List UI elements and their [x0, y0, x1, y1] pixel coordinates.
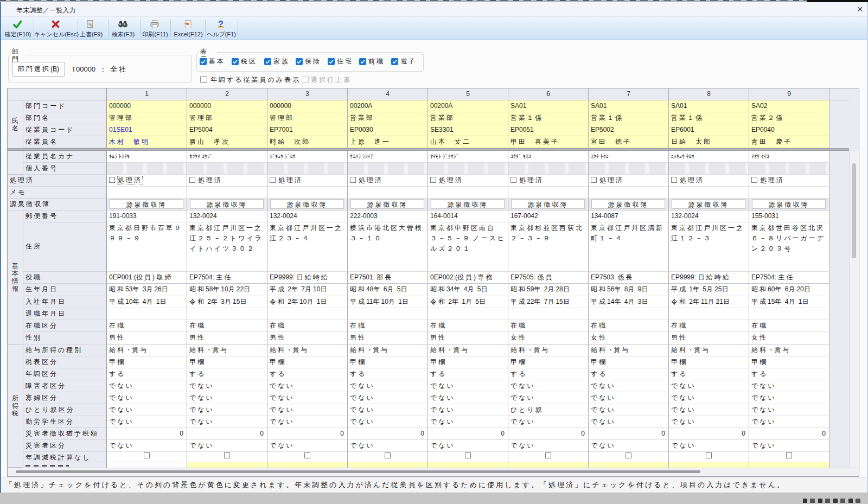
svg-text:?: ? — [218, 20, 224, 29]
